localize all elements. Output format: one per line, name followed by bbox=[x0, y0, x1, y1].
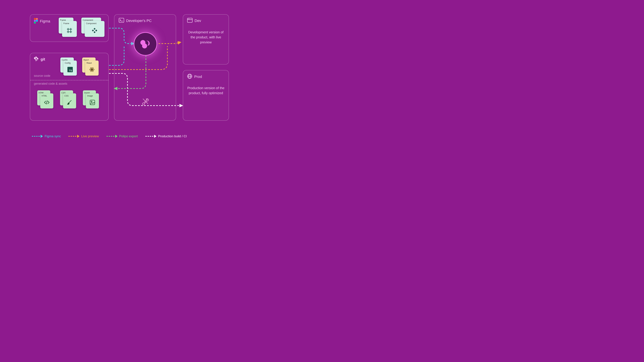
svg-rect-29 bbox=[187, 18, 192, 22]
image-front: Image bbox=[86, 93, 99, 108]
prod-panel: Prod Production version of the product, … bbox=[183, 70, 229, 121]
figma-title-row: Figma bbox=[34, 18, 50, 25]
git-logo-icon bbox=[34, 56, 38, 62]
globe-icon bbox=[187, 74, 192, 80]
component-card-front: Component bbox=[85, 21, 104, 37]
svg-point-23 bbox=[91, 101, 92, 102]
generated-label: generated code & assets bbox=[34, 82, 67, 85]
devpc-title: Developer's PC bbox=[126, 18, 152, 23]
legend-live-preview: Live preview bbox=[68, 134, 99, 138]
code-icon bbox=[42, 98, 52, 107]
svg-point-4 bbox=[34, 18, 36, 20]
window-icon bbox=[187, 18, 192, 24]
prod-title-row: Prod bbox=[187, 74, 202, 80]
svg-rect-16 bbox=[95, 29, 97, 31]
svg-point-27 bbox=[142, 43, 147, 48]
svg-rect-13 bbox=[94, 28, 96, 30]
figma-panel: Figma Frame Frame Component Component bbox=[30, 14, 109, 42]
svg-point-31 bbox=[188, 19, 189, 19]
dev-title: Dev bbox=[194, 18, 201, 23]
devpc-title-row: Developer's PC bbox=[119, 18, 152, 24]
prod-desc: Production version of the product, fully… bbox=[187, 85, 224, 95]
svg-marker-1 bbox=[178, 40, 182, 44]
image-icon bbox=[87, 98, 98, 107]
legend-polipo-export: Polipo export bbox=[106, 134, 138, 138]
svg-line-21 bbox=[46, 101, 47, 104]
git-title: git bbox=[40, 57, 45, 61]
legend-prod-build: Production build / CI bbox=[146, 134, 187, 138]
polipo-logo bbox=[134, 32, 157, 56]
legend: Figma sync Live preview Polipo export Pr… bbox=[32, 134, 187, 138]
svg-point-32 bbox=[189, 19, 190, 19]
ts-icon: TS bbox=[65, 65, 76, 74]
dev-desc: Development version of the product, with… bbox=[187, 30, 224, 45]
git-title-row: git bbox=[34, 56, 45, 62]
terminal-icon bbox=[119, 18, 124, 24]
dev-panel: Dev Development version of the product, … bbox=[183, 14, 229, 64]
polipo-icon bbox=[139, 37, 152, 51]
component-label-front: Component bbox=[86, 22, 103, 25]
config-front: Config TS bbox=[64, 60, 77, 76]
html-front: HTML bbox=[40, 93, 53, 108]
dev-title-row: Dev bbox=[187, 18, 201, 24]
legend-figma-sync: Figma sync bbox=[32, 134, 61, 138]
frame-label-front: Frame bbox=[64, 22, 76, 25]
git-divider bbox=[30, 80, 108, 80]
frame-card-front: Frame bbox=[62, 21, 77, 37]
react-front: React bbox=[85, 60, 98, 76]
react-icon bbox=[86, 65, 97, 74]
svg-point-8 bbox=[34, 22, 36, 24]
css-front: CSS bbox=[63, 93, 76, 108]
svg-rect-24 bbox=[119, 18, 124, 22]
svg-rect-15 bbox=[92, 29, 94, 31]
svg-rect-14 bbox=[94, 31, 96, 33]
git-panel: git Config Config TS React React bbox=[30, 53, 109, 121]
component-icon bbox=[86, 25, 103, 35]
frame-icon bbox=[64, 25, 76, 35]
prod-title: Prod bbox=[194, 75, 202, 79]
figma-logo-icon bbox=[34, 18, 38, 25]
devpc-panel: Developer's PC bbox=[114, 14, 176, 121]
svg-point-17 bbox=[92, 69, 92, 70]
svg-point-7 bbox=[36, 20, 38, 22]
brush-icon bbox=[64, 98, 75, 107]
svg-point-6 bbox=[34, 20, 36, 22]
source-code-label: source code bbox=[34, 74, 50, 78]
svg-marker-3 bbox=[180, 104, 183, 107]
svg-point-5 bbox=[36, 18, 38, 20]
wrench-icon bbox=[142, 97, 149, 106]
figma-title: Figma bbox=[40, 19, 50, 23]
